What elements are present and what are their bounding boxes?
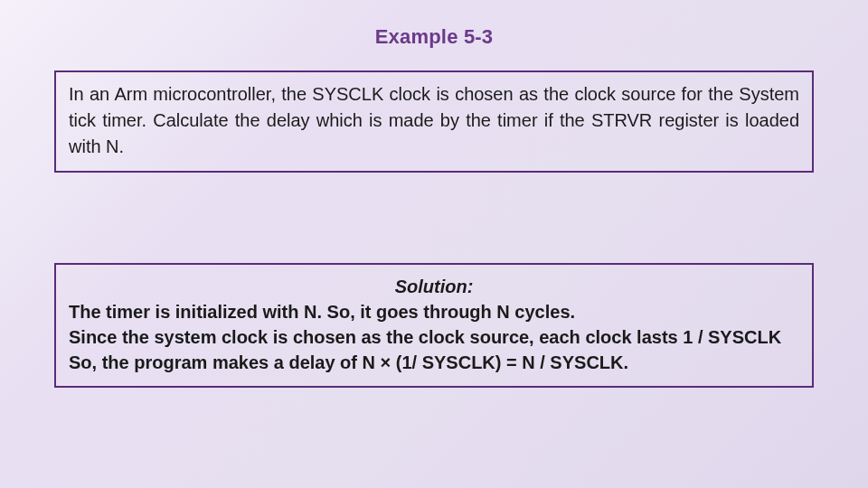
solution-line-3: So, the program makes a delay of N × (1/… (69, 350, 799, 375)
solution-line-1: The timer is initialized with N. So, it … (69, 299, 799, 324)
slide-container: Example 5-3 In an Arm microcontroller, t… (0, 0, 868, 488)
problem-box: In an Arm microcontroller, the SYSCLK cl… (54, 70, 814, 173)
example-title: Example 5-3 (54, 25, 814, 49)
solution-box: Solution: The timer is initialized with … (54, 263, 814, 388)
solution-line-2: Since the system clock is chosen as the … (69, 324, 799, 350)
solution-header: Solution: (69, 274, 799, 299)
